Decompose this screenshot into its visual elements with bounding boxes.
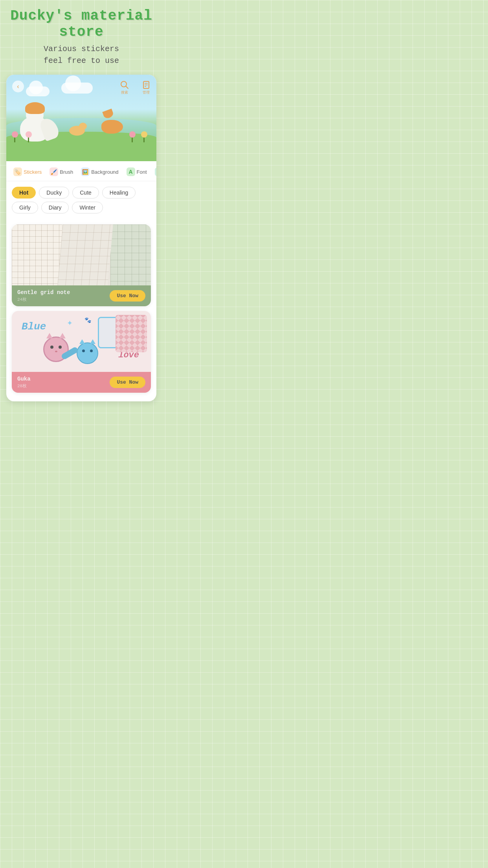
cat-ear-right [59, 333, 66, 338]
pack-2-info: Guka 28枚 Use Now [12, 372, 151, 393]
cat-ear-left [46, 333, 53, 338]
sticker-pack-gentle-grid: Gentle grid note 24枚 Use Now [12, 224, 151, 306]
fish-duck [101, 114, 125, 134]
fish-body [101, 120, 123, 134]
cloud-1 [26, 86, 50, 96]
duck-small-body [69, 126, 85, 136]
category-cute[interactable]: Cute [72, 187, 99, 199]
duck-main-character [18, 106, 53, 142]
pack-2-name: Guka [17, 376, 31, 382]
tab-stickers[interactable]: 🏷️ Stickers [10, 166, 45, 178]
sparkle-icon: ✦ [67, 319, 73, 327]
use-now-button-2[interactable]: Use Now [110, 377, 145, 388]
pack-1-count: 24枚 [17, 296, 70, 302]
category-diary[interactable]: Diary [41, 202, 69, 213]
tab-font-label: Font [137, 169, 147, 175]
hero-image: ‹ 搜索 管理 [6, 75, 156, 161]
sticker-pack-guka: Blue love ✦ [12, 311, 151, 393]
font-icon: A [127, 167, 135, 176]
manage-label: 管理 [143, 90, 150, 95]
tab-stickers-label: Stickers [24, 169, 42, 175]
tab-background-label: Background [91, 169, 118, 175]
category-girly[interactable]: Girly [12, 202, 38, 213]
category-row-2: Girly Diary Winter [12, 202, 151, 213]
duck-hat [25, 102, 45, 114]
flower-1 [14, 134, 15, 142]
pack-1-info: Gentle grid note 24枚 Use Now [12, 285, 151, 306]
pack-2-details: Guka 28枚 [17, 376, 31, 389]
background-icon: 🖼️ [81, 167, 90, 176]
cat-eye-right [59, 346, 62, 349]
cat-eye-left [50, 346, 53, 349]
pack-2-preview: Blue love ✦ [12, 311, 151, 372]
grass-bottom [6, 140, 156, 161]
back-button[interactable]: ‹ [12, 81, 24, 92]
main-card: ‹ 搜索 管理 🏷️ [6, 75, 156, 401]
category-hot[interactable]: Hot [12, 187, 36, 199]
category-row-1: Hot Ducky Cute Healing [12, 187, 151, 199]
category-section: Hot Ducky Cute Healing Girly Diary Winte… [6, 181, 156, 220]
pack-1-details: Gentle grid note 24枚 [17, 289, 70, 302]
tab-font[interactable]: A Font [123, 166, 150, 178]
cloud-2 [61, 83, 93, 94]
category-healing[interactable]: Healing [102, 187, 136, 199]
store-title: Ducky's material store [6, 8, 156, 40]
manage-button[interactable]: 管理 [142, 81, 150, 95]
grid-pattern-1 [12, 224, 62, 285]
paw-icon: 🐾 [84, 317, 91, 323]
use-now-button-1[interactable]: Use Now [110, 290, 145, 302]
search-label: 搜索 [121, 90, 128, 95]
stickers-icon: 🏷️ [13, 167, 22, 176]
search-button[interactable]: 搜索 [120, 81, 129, 95]
tab-effect[interactable]: ✦ Effect [152, 166, 156, 178]
cat2-ear-right [90, 339, 95, 344]
flower-2 [28, 134, 29, 142]
tab-brush[interactable]: 🖌️ Brush [46, 166, 76, 178]
brush-icon: 🖌️ [50, 167, 58, 176]
grid-pattern-2 [57, 224, 113, 285]
svg-line-1 [126, 86, 128, 88]
flower-3 [143, 134, 145, 142]
category-ducky[interactable]: Ducky [39, 187, 69, 199]
content-area: Gentle grid note 24枚 Use Now Blue love ✦ [6, 224, 156, 401]
effect-icon: ✦ [155, 167, 156, 176]
grid-pattern-3 [110, 224, 151, 285]
pack-1-name: Gentle grid note [17, 289, 70, 296]
blue-label: Blue [22, 321, 46, 333]
pack-1-preview [12, 224, 151, 285]
pack-2-count: 28枚 [17, 383, 31, 389]
tab-background[interactable]: 🖼️ Background [78, 166, 121, 178]
cat-blob-blue [77, 342, 98, 364]
flower-4 [132, 134, 133, 142]
cat2-eye-right [90, 349, 93, 352]
checker-pattern [116, 315, 147, 352]
cat2-eye-left [82, 349, 85, 352]
store-subtitle: Various stickers feel free to use [6, 43, 156, 67]
fish-fin [102, 108, 114, 119]
cat2-ear-left [79, 339, 85, 344]
duck-small [69, 122, 87, 136]
tab-brush-label: Brush [60, 169, 73, 175]
cat-nose [55, 351, 57, 352]
tab-bar: 🏷️ Stickers 🖌️ Brush 🖼️ Background A Fon… [6, 161, 156, 181]
category-winter[interactable]: Winter [72, 202, 103, 213]
